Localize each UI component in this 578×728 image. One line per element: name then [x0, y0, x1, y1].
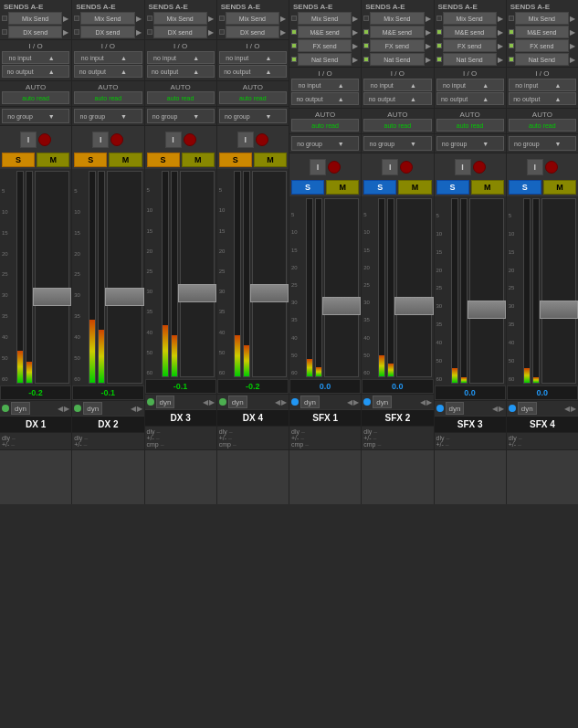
send-button-2[interactable]: FX send [515, 39, 569, 52]
group-button[interactable]: no group ▼ [363, 136, 431, 151]
input-monitor-button[interactable]: I [310, 159, 326, 175]
dyn-left-arrow[interactable]: ◀ [58, 405, 63, 413]
dyn-left-arrow[interactable]: ◀ [131, 405, 136, 413]
dyn-button[interactable]: dyn [446, 402, 465, 415]
send-button-3[interactable]: Nat Send [298, 53, 352, 66]
send-arrow-1[interactable]: ▶ [135, 28, 142, 37]
group-button[interactable]: no group ▼ [2, 109, 69, 123]
dyn-right-arrow[interactable]: ▶ [426, 398, 432, 406]
mute-button[interactable]: M [109, 153, 142, 167]
send-arrow-0[interactable]: ▶ [352, 15, 359, 23]
send-arrow-0[interactable]: ▶ [62, 15, 69, 23]
group-button[interactable]: no group ▼ [509, 136, 576, 151]
group-button[interactable]: no group ▼ [219, 109, 287, 123]
output-button[interactable]: no output ▲ [2, 65, 69, 78]
fader-thumb[interactable] [540, 301, 578, 319]
dyn-button[interactable]: dyn [11, 402, 30, 415]
send-button-0[interactable]: Mix Send [443, 12, 497, 25]
mute-button[interactable]: M [543, 180, 576, 195]
dyn-button[interactable]: dyn [300, 396, 320, 408]
output-button[interactable]: no output ▲ [74, 65, 142, 78]
dyn-button[interactable]: dyn [156, 396, 175, 408]
auto-button[interactable]: auto read [147, 91, 215, 104]
fader-track[interactable] [107, 171, 142, 384]
fader-track[interactable] [252, 171, 287, 377]
fader-track[interactable] [35, 171, 69, 384]
input-monitor-button[interactable]: I [527, 159, 543, 175]
send-button-3[interactable]: Nat Send [443, 53, 497, 66]
auto-button[interactable]: auto read [74, 91, 142, 104]
send-arrow-1[interactable]: ▶ [425, 28, 432, 37]
send-arrow-1[interactable]: ▶ [352, 28, 359, 37]
send-arrow-0[interactable]: ▶ [279, 15, 287, 23]
mute-button[interactable]: M [254, 153, 287, 167]
dyn-button[interactable]: dyn [83, 402, 102, 415]
dyn-right-arrow[interactable]: ▶ [353, 398, 359, 406]
input-monitor-button[interactable]: I [92, 132, 109, 148]
mute-button[interactable]: M [398, 180, 431, 195]
dyn-left-arrow[interactable]: ◀ [420, 398, 426, 406]
send-button-3[interactable]: Nat Send [370, 53, 424, 66]
send-button-1[interactable]: DX send [153, 26, 207, 38]
dyn-button[interactable]: dyn [373, 396, 392, 408]
input-monitor-button[interactable]: I [165, 132, 182, 148]
input-button[interactable]: no input ▲ [74, 51, 142, 64]
send-arrow-2[interactable]: ▶ [569, 42, 576, 50]
send-button-2[interactable]: FX send [443, 39, 497, 52]
send-button-0[interactable]: Mix Send [80, 12, 134, 25]
send-arrow-3[interactable]: ▶ [352, 56, 359, 64]
dyn-right-arrow[interactable]: ▶ [209, 398, 215, 406]
record-button[interactable] [256, 133, 268, 146]
output-button[interactable]: no output ▲ [436, 92, 504, 105]
dyn-left-arrow[interactable]: ◀ [564, 405, 570, 413]
send-arrow-3[interactable]: ▶ [569, 56, 576, 64]
fader-thumb[interactable] [250, 284, 289, 302]
send-arrow-0[interactable]: ▶ [425, 15, 432, 23]
send-arrow-2[interactable]: ▶ [425, 42, 432, 50]
send-button-1[interactable]: DX send [80, 26, 134, 38]
dyn-button[interactable]: dyn [518, 402, 537, 415]
dyn-left-arrow[interactable]: ◀ [275, 398, 280, 406]
input-monitor-button[interactable]: I [20, 132, 37, 148]
solo-button[interactable]: S [219, 153, 252, 167]
fader-thumb[interactable] [322, 297, 361, 315]
send-button-1[interactable]: M&E send [370, 26, 424, 38]
solo-button[interactable]: S [74, 153, 107, 167]
send-button-1[interactable]: M&E send [298, 26, 352, 38]
send-arrow-1[interactable]: ▶ [207, 28, 215, 37]
dyn-right-arrow[interactable]: ▶ [571, 405, 576, 413]
auto-button[interactable]: auto read [2, 91, 69, 104]
input-button[interactable]: no input ▲ [509, 79, 576, 91]
solo-button[interactable]: S [2, 153, 35, 167]
send-button-0[interactable]: Mix Send [8, 12, 62, 25]
send-button-0[interactable]: Mix Send [515, 12, 569, 25]
fader-thumb[interactable] [394, 297, 433, 315]
dyn-right-arrow[interactable]: ▶ [499, 405, 504, 413]
dyn-right-arrow[interactable]: ▶ [137, 405, 142, 413]
send-arrow-0[interactable]: ▶ [569, 15, 576, 23]
send-button-1[interactable]: DX send [226, 26, 279, 38]
send-button-1[interactable]: M&E send [515, 26, 569, 38]
send-button-0[interactable]: Mix Send [370, 12, 424, 25]
input-button[interactable]: no input ▲ [363, 79, 431, 91]
solo-button[interactable]: S [363, 180, 396, 195]
fader-thumb[interactable] [33, 288, 71, 306]
mute-button[interactable]: M [182, 153, 215, 167]
record-button[interactable] [545, 161, 558, 174]
auto-button[interactable]: auto read [509, 119, 576, 132]
input-button[interactable]: no input ▲ [291, 79, 359, 91]
fader-track[interactable] [469, 198, 504, 384]
output-button[interactable]: no output ▲ [291, 92, 359, 105]
send-arrow-3[interactable]: ▶ [425, 56, 432, 64]
input-monitor-button[interactable]: I [237, 132, 254, 148]
solo-button[interactable]: S [291, 180, 324, 195]
mute-button[interactable]: M [471, 180, 504, 195]
send-arrow-1[interactable]: ▶ [497, 28, 504, 37]
send-arrow-1[interactable]: ▶ [569, 28, 576, 37]
fader-thumb[interactable] [468, 301, 506, 319]
dyn-left-arrow[interactable]: ◀ [347, 398, 352, 406]
send-arrow-3[interactable]: ▶ [497, 56, 504, 64]
send-arrow-2[interactable]: ▶ [497, 42, 504, 50]
output-button[interactable]: no output ▲ [509, 92, 576, 105]
input-button[interactable]: no input ▲ [436, 79, 504, 91]
